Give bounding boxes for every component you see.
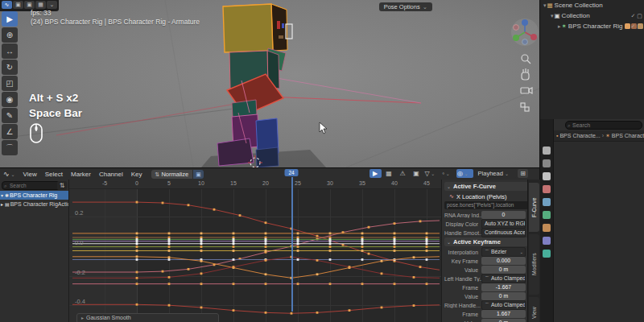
keyframe-point: [200, 307, 203, 309]
select-icon[interactable]: ▶: [369, 169, 382, 178]
caret-icon[interactable]: ⌄: [47, 1, 57, 9]
channel-row[interactable]: ▾✱BPS Character Rig: [0, 191, 68, 200]
proportional-icon[interactable]: ◎ ⌄: [456, 169, 473, 178]
keyframe-point: [233, 232, 235, 234]
playhead-frame-badge[interactable]: 24: [285, 169, 299, 176]
tool-measure[interactable]: ∠: [2, 124, 18, 139]
value-field[interactable]: 0 m: [481, 266, 526, 274]
property-tab-2-icon[interactable]: [543, 172, 551, 180]
channel-search-input[interactable]: ⌕ Search: [2, 181, 60, 190]
visibility-checkboxes[interactable]: ✓ ▢: [631, 21, 642, 31]
funnel-icon[interactable]: ▽ ⌄: [424, 169, 440, 178]
properties-panel: ⌕ Search ▪ BPS Characte...›✶ BPS Charact…: [539, 119, 644, 322]
tool-cursor[interactable]: ⊕: [2, 27, 18, 43]
playhead-line[interactable]: [291, 177, 293, 312]
dropdown-field[interactable]: ⌒Bézier⌄: [481, 247, 526, 257]
frame-tick-label: 20: [262, 180, 269, 186]
tool-transform[interactable]: ◉: [2, 92, 18, 107]
panel-header-active-f-curve[interactable]: ⌄Active F-Curve: [444, 182, 528, 191]
editor-icon[interactable]: ∿: [2, 1, 12, 9]
snapshot-icon[interactable]: ▣: [411, 169, 423, 178]
property-tab-1-icon[interactable]: [543, 159, 551, 167]
value-field[interactable]: 0 m: [481, 319, 526, 322]
dropdown-field[interactable]: ⌒Auto Clamped⌄: [481, 300, 526, 310]
property-tab-4-icon[interactable]: [543, 198, 551, 206]
arrow_right-icon[interactable]: ▸: [558, 23, 561, 29]
playhead-dropdown[interactable]: Playhead ⌄: [475, 169, 516, 178]
channel-row[interactable]: ▸▤BPS Character RigAction: [0, 200, 68, 208]
bezier-icon: ⌒: [485, 250, 489, 254]
properties-search-input[interactable]: ⌕ Search: [565, 121, 642, 130]
dropdown-field[interactable]: ⌒Auto Clamped⌄: [481, 274, 526, 283]
value-field[interactable]: 0 m: [481, 292, 526, 300]
tool-move[interactable]: ↔: [2, 43, 18, 59]
value-field[interactable]: 1.667: [481, 310, 526, 318]
tool-rotate[interactable]: ↻: [2, 60, 18, 75]
normalize-toggle[interactable]: ⇅Normalize: [151, 170, 193, 179]
keyframe-point: [168, 250, 171, 252]
operator-redo-panel[interactable]: ▸Gaussian Smooth: [76, 313, 219, 322]
frame-ruler[interactable]: -5051015202530354045: [68, 180, 441, 189]
snapshot-icon[interactable]: ▣: [24, 1, 35, 9]
tool-pose[interactable]: ⌒: [2, 140, 18, 155]
menu-select[interactable]: Select: [45, 171, 63, 178]
collection-icon[interactable]: ▣: [13, 1, 23, 9]
visibility-checkboxes[interactable]: ✓ ▢: [631, 10, 642, 21]
dropdown-field[interactable]: Continuous Accele...⌄: [481, 228, 526, 237]
warning-icon[interactable]: ⚠: [397, 169, 409, 178]
outliner-row-bps-character-rig[interactable]: ▸✶BPS Character Rig✓ ▢: [540, 21, 644, 31]
property-tab-7-icon[interactable]: [543, 237, 551, 245]
arrow_down-icon[interactable]: ▾: [543, 2, 547, 8]
property-tab-8-icon[interactable]: [543, 250, 551, 258]
panel-header-active-keyframe[interactable]: ⌄Active Keyframe: [444, 237, 528, 246]
editor-type-icon[interactable]: ∿: [3, 170, 10, 178]
overlay-icon[interactable]: ▦: [383, 169, 395, 178]
arrow-right-icon[interactable]: ▸: [1, 202, 3, 207]
tool-scale[interactable]: ◰: [2, 76, 18, 91]
menu-marker[interactable]: Marker: [71, 171, 91, 178]
viewport-info: fps: 33 (24) BPS Character Rig | BPS Cha…: [31, 9, 200, 27]
keyframe-point: [233, 309, 235, 312]
tab-view[interactable]: View: [529, 297, 539, 322]
armature-icon: ✶: [605, 133, 612, 138]
menu-view[interactable]: View: [23, 171, 37, 178]
outliner-row-collection[interactable]: ▾▣Collection✓ ▢: [540, 10, 644, 21]
tool-select[interactable]: ▶: [2, 11, 18, 27]
shortcut-overlay: Alt + S x2 Space Bar: [29, 90, 82, 144]
pose-options-dropdown[interactable]: Pose Options⌄: [379, 2, 432, 11]
curve-view[interactable]: 0.20.0-0.2-0.4: [68, 180, 441, 322]
dot-icon[interactable]: ◦ ⌄: [441, 169, 455, 178]
breadcrumb-item[interactable]: BPS Characte...: [559, 133, 600, 138]
value-tick-label: 0.2: [75, 209, 83, 217]
outliner-row-scene-collection[interactable]: ▾▦Scene Collection: [540, 0, 644, 10]
normalize-auto-toggle[interactable]: ▣: [193, 170, 204, 179]
tab-f-curve[interactable]: F-Curve: [529, 183, 539, 232]
breadcrumb-item[interactable]: BPS Character Rig - A...: [612, 133, 644, 138]
overlay-icon[interactable]: ▦: [35, 1, 46, 9]
value-field[interactable]: 0: [481, 211, 526, 219]
menu-key[interactable]: Key: [131, 171, 142, 178]
rna-path-field[interactable]: pose.bones["Pelvis"].location: [444, 201, 528, 209]
menu-channel[interactable]: Channel: [99, 171, 123, 178]
arrow-down-icon[interactable]: ▾: [1, 193, 3, 198]
sidebar-toggle-button[interactable]: ⊞: [518, 169, 528, 178]
properties-tab-strip: [540, 119, 554, 322]
arrow_down-icon[interactable]: ▾: [551, 13, 554, 19]
tab-modifiers[interactable]: Modifiers: [529, 234, 539, 295]
keyframe-point: [233, 242, 235, 245]
property-tab-3-icon[interactable]: [543, 185, 551, 193]
property-tab-6-icon[interactable]: [543, 224, 551, 232]
outliner-label: Collection: [562, 12, 590, 19]
value-field[interactable]: 0.000: [481, 257, 526, 265]
viewport-3d[interactable]: ∿▣▣▦⌄ ▶⊕↔↻◰◉✎∠⌒ fps: 33 (24) BPS Charact…: [0, 0, 539, 167]
property-tab-5-icon[interactable]: [543, 211, 551, 219]
value-field[interactable]: -1.667: [481, 283, 526, 291]
keyframe-point: [265, 246, 267, 248]
keyframe-point: [200, 238, 203, 241]
channel-filter-icon[interactable]: ⇅: [57, 181, 67, 190]
keyframe-point: [426, 242, 428, 245]
tool-annotate[interactable]: ✎: [2, 108, 18, 123]
field-label: Interpolation: [444, 250, 481, 255]
properties-breadcrumb[interactable]: ▪ BPS Characte...›✶ BPS Character Rig - …: [554, 130, 644, 142]
property-tab-0-icon[interactable]: [543, 147, 551, 155]
